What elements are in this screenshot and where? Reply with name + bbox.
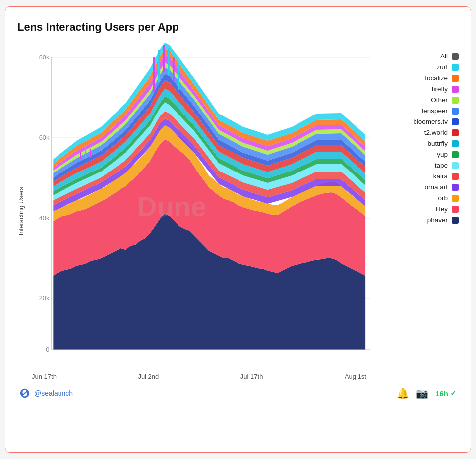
legend-dot <box>452 108 459 115</box>
legend-label: All <box>440 53 448 60</box>
svg-text:0: 0 <box>46 346 49 353</box>
legend-label: buttrfly <box>427 140 448 147</box>
bar-chart-svg: 80k 60k 40k 20k 0 <box>28 43 370 370</box>
legend-label: zurf <box>436 63 448 71</box>
legend-label: t2.world <box>424 129 448 136</box>
author-label: @sealaunch <box>34 389 73 397</box>
legend-label: orna.art <box>424 183 448 191</box>
svg-text:20k: 20k <box>39 294 50 302</box>
legend-item: orna.art <box>384 183 459 191</box>
legend-dot <box>452 97 459 104</box>
chart-inner: Dune 80k 60k 40k 20k 0 <box>28 43 370 380</box>
x-label-jul17: Jul 17th <box>240 373 263 380</box>
legend-item: kaira <box>384 172 459 180</box>
legend-dot <box>452 195 459 202</box>
legend-dot <box>452 86 459 93</box>
check-icon: ✓ <box>450 389 457 398</box>
legend-label: lenspeer <box>422 107 448 115</box>
legend-dot <box>452 206 459 213</box>
y-axis-label: Interacting Users <box>17 187 25 235</box>
legend-label: yup <box>437 151 448 158</box>
legend: All zurf focalize firefly Other lenspeer… <box>384 53 459 224</box>
legend-dot <box>452 151 459 158</box>
legend-dot <box>452 64 459 71</box>
time-badge: 16h ✓ <box>435 389 457 398</box>
legend-dot <box>452 173 459 180</box>
legend-label: kaira <box>433 172 448 180</box>
legend-label: Hey <box>436 205 448 213</box>
legend-item: tape <box>384 162 459 169</box>
legend-dot <box>452 184 459 191</box>
x-label-jul2: Jul 2nd <box>138 373 159 380</box>
legend-item: firefly <box>384 85 459 93</box>
legend-label: focalize <box>425 74 448 82</box>
legend-item: lenspeer <box>384 107 459 115</box>
legend-label: firefly <box>432 85 448 93</box>
legend-item: orb <box>384 194 459 202</box>
legend-dot <box>452 53 459 60</box>
legend-dot <box>452 162 459 169</box>
legend-dot <box>452 129 459 136</box>
legend-item: yup <box>384 151 459 158</box>
chart-card: Lens Interacting Users per App Interacti… <box>5 6 471 453</box>
footer: @sealaunch 🔔 📷 16h ✓ <box>17 387 459 399</box>
legend-label: tape <box>435 162 448 169</box>
x-label-jun17: Jun 17th <box>32 373 57 380</box>
legend-item: buttrfly <box>384 140 459 147</box>
legend-item: Hey <box>384 205 459 213</box>
camera-icon[interactable]: 📷 <box>416 387 428 399</box>
legend-dot <box>452 75 459 82</box>
footer-left: @sealaunch <box>19 388 73 399</box>
legend-item: All <box>384 53 459 60</box>
legend-dot <box>452 140 459 147</box>
bell-icon[interactable]: 🔔 <box>397 387 409 399</box>
legend-label: Other <box>431 96 448 104</box>
legend-item: t2.world <box>384 129 459 136</box>
legend-item: bloomers.tv <box>384 118 459 125</box>
svg-text:80k: 80k <box>39 54 50 61</box>
chart-canvas: Dune 80k 60k 40k 20k 0 <box>28 43 370 370</box>
svg-text:40k: 40k <box>39 214 50 222</box>
legend-dot <box>452 217 459 224</box>
x-axis-labels: Jun 17th Jul 2nd Jul 17th Aug 1st <box>28 370 370 380</box>
legend-label: phaver <box>427 216 448 224</box>
svg-text:60k: 60k <box>39 134 50 141</box>
chart-area: Interacting Users Dune 80k 60k 40k 20k <box>17 43 459 380</box>
sealaunch-icon <box>19 388 30 399</box>
legend-label: orb <box>438 194 448 202</box>
legend-label: bloomers.tv <box>413 118 448 125</box>
legend-item: focalize <box>384 74 459 82</box>
legend-item: zurf <box>384 63 459 71</box>
time-value: 16h <box>435 389 448 398</box>
chart-title: Lens Interacting Users per App <box>17 21 459 34</box>
footer-right: 🔔 📷 16h ✓ <box>397 387 457 399</box>
legend-item: Other <box>384 96 459 104</box>
legend-item: phaver <box>384 216 459 224</box>
legend-dot <box>452 118 459 125</box>
x-label-aug1: Aug 1st <box>345 373 366 380</box>
